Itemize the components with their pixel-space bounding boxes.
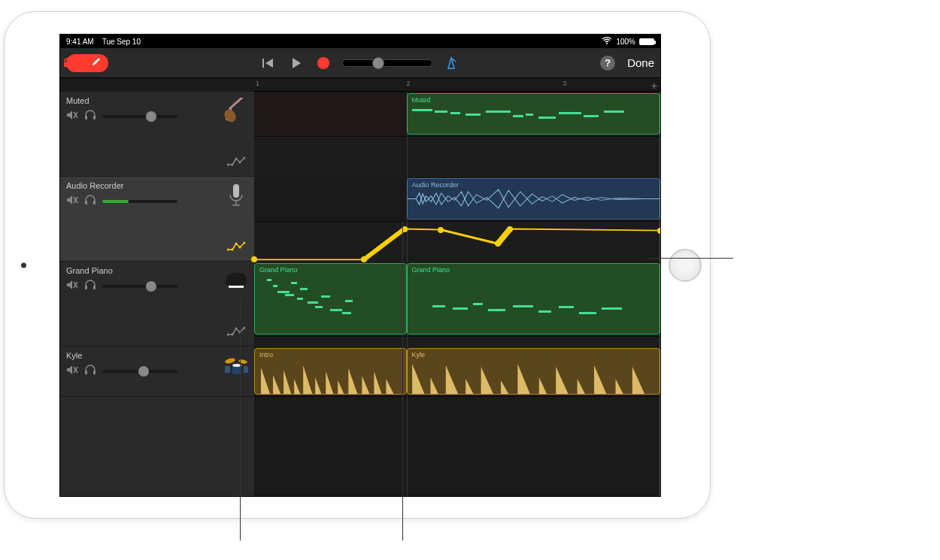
headphones-icon[interactable] bbox=[84, 195, 96, 208]
track-header-audio-recorder[interactable]: Audio Recorder bbox=[60, 177, 254, 262]
volume-slider[interactable] bbox=[102, 370, 177, 373]
region-lane[interactable]: Muted bbox=[254, 92, 660, 137]
ruler-mark: 1 bbox=[256, 80, 259, 87]
volume-slider[interactable] bbox=[102, 115, 177, 118]
audio-region-recorder[interactable]: Audio Recorder bbox=[407, 178, 661, 219]
mute-icon[interactable] bbox=[66, 110, 78, 123]
add-section-button[interactable]: + bbox=[651, 80, 657, 92]
callout-line bbox=[240, 297, 241, 540]
svg-rect-2 bbox=[262, 59, 264, 68]
svg-point-32 bbox=[235, 328, 238, 330]
track-header-muted[interactable]: Muted bbox=[60, 92, 254, 177]
track-lanes[interactable]: Muted bbox=[254, 92, 660, 496]
svg-point-21 bbox=[232, 249, 234, 251]
svg-point-8 bbox=[227, 164, 229, 166]
svg-rect-15 bbox=[85, 201, 87, 204]
automation-point[interactable] bbox=[438, 227, 444, 233]
transport-controls bbox=[261, 55, 459, 71]
screen: 9:41 AM Tue Sep 10 100% bbox=[59, 34, 661, 497]
volume-fill bbox=[102, 200, 129, 203]
svg-rect-29 bbox=[229, 286, 244, 288]
done-button[interactable]: Done bbox=[627, 56, 654, 69]
slider-thumb[interactable] bbox=[146, 281, 156, 292]
automation-lane[interactable] bbox=[254, 137, 660, 177]
drummer-region-intro[interactable]: Intro bbox=[254, 348, 407, 395]
volume-slider[interactable] bbox=[102, 285, 177, 288]
region-lane[interactable]: Intro Ky bbox=[254, 347, 660, 397]
svg-point-22 bbox=[235, 243, 238, 245]
region-lane[interactable]: Grand Piano bbox=[254, 262, 660, 337]
automation-toggle[interactable] bbox=[227, 241, 245, 253]
timeline-ruler[interactable]: 1 2 3 + bbox=[254, 78, 660, 92]
play-button[interactable] bbox=[288, 55, 305, 71]
svg-rect-44 bbox=[244, 366, 248, 373]
mute-icon[interactable] bbox=[66, 280, 78, 293]
automation-point[interactable] bbox=[507, 226, 513, 232]
piano-icon bbox=[223, 268, 250, 295]
automation-toggle[interactable] bbox=[227, 326, 245, 338]
bass-icon bbox=[223, 98, 250, 125]
automation-lane-active[interactable] bbox=[254, 222, 660, 262]
toolbar-right: ? Done bbox=[600, 56, 654, 71]
svg-rect-27 bbox=[85, 286, 87, 289]
ipad-frame: 9:41 AM Tue Sep 10 100% bbox=[4, 11, 711, 519]
section-divider bbox=[407, 92, 408, 496]
volume-slider[interactable] bbox=[102, 200, 177, 203]
svg-rect-1 bbox=[64, 62, 70, 67]
region-label: Grand Piano bbox=[259, 266, 298, 274]
drummer-region-kyle[interactable]: Kyle bbox=[407, 348, 661, 395]
record-button[interactable] bbox=[315, 55, 332, 71]
svg-rect-5 bbox=[85, 116, 87, 120]
record-icon bbox=[317, 57, 329, 69]
midi-region-piano-a[interactable]: Grand Piano bbox=[254, 263, 407, 334]
track-header-grand-piano[interactable]: Grand Piano bbox=[60, 262, 254, 347]
song-end-marker bbox=[660, 92, 660, 496]
region-lane[interactable]: Audio Recorder bbox=[254, 177, 660, 222]
midi-region-muted[interactable]: Muted bbox=[407, 93, 661, 135]
track-header-kyle[interactable]: Kyle bbox=[60, 347, 254, 397]
toolbar: ? Done bbox=[60, 48, 660, 78]
home-button[interactable] bbox=[669, 249, 702, 282]
camera-icon bbox=[21, 262, 26, 268]
mute-icon[interactable] bbox=[66, 195, 78, 208]
headphones-icon[interactable] bbox=[84, 365, 96, 378]
svg-point-31 bbox=[232, 334, 234, 336]
rewind-button[interactable] bbox=[261, 55, 277, 71]
slider-thumb[interactable] bbox=[372, 57, 384, 69]
tracks-area: Muted bbox=[60, 92, 660, 496]
svg-point-10 bbox=[235, 158, 238, 160]
microphone-icon bbox=[223, 183, 250, 210]
battery-icon bbox=[639, 38, 654, 45]
status-bar: 9:41 AM Tue Sep 10 100% bbox=[60, 35, 660, 48]
svg-point-23 bbox=[239, 247, 241, 249]
slider-thumb[interactable] bbox=[146, 111, 156, 122]
automation-lane[interactable] bbox=[254, 337, 660, 347]
svg-rect-17 bbox=[233, 184, 239, 198]
automation-point[interactable] bbox=[495, 241, 501, 247]
svg-rect-28 bbox=[93, 286, 96, 289]
ruler-mark: 3 bbox=[562, 80, 566, 87]
region-label: Grand Piano bbox=[412, 266, 450, 274]
master-volume-slider[interactable] bbox=[342, 59, 432, 67]
callout-line bbox=[402, 221, 403, 540]
callout-line bbox=[647, 258, 733, 259]
battery-percent: 100% bbox=[616, 38, 635, 46]
headphones-icon[interactable] bbox=[84, 110, 96, 123]
midi-region-piano-b[interactable]: Grand Piano bbox=[407, 263, 661, 334]
mute-icon[interactable] bbox=[66, 365, 78, 378]
slider-thumb[interactable] bbox=[138, 366, 149, 377]
svg-rect-43 bbox=[225, 366, 230, 373]
drums-icon bbox=[223, 353, 250, 380]
pencil-icon bbox=[91, 56, 102, 69]
help-button[interactable]: ? bbox=[600, 56, 615, 71]
svg-point-11 bbox=[239, 162, 241, 164]
metronome-button[interactable] bbox=[443, 55, 459, 71]
status-date: Tue Sep 10 bbox=[102, 38, 141, 46]
automation-toggle[interactable] bbox=[227, 156, 245, 168]
region-label: Muted bbox=[412, 96, 431, 104]
svg-rect-6 bbox=[93, 116, 96, 120]
edit-mode-toggle[interactable] bbox=[66, 54, 108, 72]
svg-point-9 bbox=[232, 164, 234, 166]
headphones-icon[interactable] bbox=[84, 280, 96, 293]
svg-rect-16 bbox=[93, 201, 96, 204]
